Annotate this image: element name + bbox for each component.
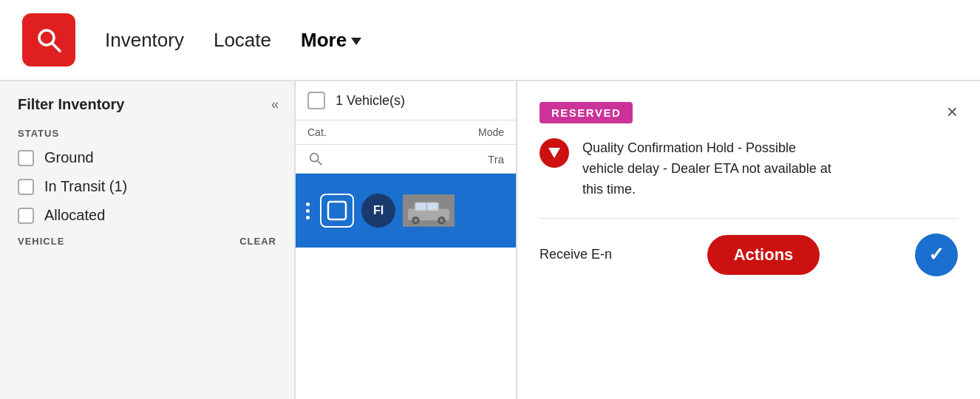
warning-icon bbox=[540, 138, 569, 168]
vehicle-list-item[interactable]: FI bbox=[296, 174, 516, 248]
vehicle-square-icon bbox=[320, 194, 354, 228]
hold-section: Quality Confirmation Hold - Possible veh… bbox=[540, 138, 958, 200]
reserved-badge: RESERVED bbox=[540, 102, 633, 123]
confirm-button[interactable]: ✓ bbox=[915, 233, 958, 276]
vehicle-section-footer: VEHICLE CLEAR bbox=[18, 236, 276, 247]
svg-point-9 bbox=[414, 219, 418, 222]
in-transit-label: In Transit (1) bbox=[44, 178, 127, 195]
vehicle-section-label: VEHICLE bbox=[18, 236, 64, 247]
actions-button[interactable]: Actions bbox=[707, 235, 820, 275]
panel-header: RESERVED × bbox=[540, 102, 958, 123]
status-section-label: STATUS bbox=[18, 128, 276, 139]
hold-message: Quality Confirmation Hold - Possible veh… bbox=[582, 138, 834, 200]
in-transit-checkbox[interactable] bbox=[18, 179, 34, 195]
svg-point-2 bbox=[310, 154, 319, 162]
detail-panel: RESERVED × Quality Confirmation Hold - P… bbox=[517, 81, 980, 399]
svg-line-1 bbox=[52, 43, 60, 51]
main-content: Filter Inventory « STATUS Ground In Tran… bbox=[0, 81, 980, 399]
select-all-checkbox[interactable] bbox=[307, 92, 325, 109]
allocated-checkbox[interactable] bbox=[18, 208, 34, 224]
vehicle-count: 1 Vehicle(s) bbox=[336, 93, 405, 109]
clear-button[interactable]: CLEAR bbox=[239, 236, 276, 247]
fi-badge: FI bbox=[361, 194, 395, 228]
chevron-down-icon bbox=[351, 38, 361, 45]
allocated-label: Allocated bbox=[44, 207, 105, 224]
nav-more[interactable]: More bbox=[301, 29, 361, 52]
receive-label: Receive E-n bbox=[540, 247, 612, 262]
cat-column-header: Cat. bbox=[307, 126, 327, 138]
svg-rect-12 bbox=[416, 203, 426, 211]
divider bbox=[540, 218, 958, 219]
collapse-icon[interactable]: « bbox=[271, 97, 276, 112]
svg-rect-4 bbox=[328, 202, 346, 219]
ground-label: Ground bbox=[44, 149, 94, 166]
filter-allocated[interactable]: Allocated bbox=[18, 207, 276, 224]
vehicle-thumbnail bbox=[403, 192, 455, 229]
filter-ground[interactable]: Ground bbox=[18, 149, 276, 166]
vehicle-list-column: 1 Vehicle(s) Cat. Mode Tra bbox=[296, 81, 517, 399]
transit-partial: Tra bbox=[488, 153, 504, 166]
sidebar-title: Filter Inventory bbox=[18, 96, 124, 113]
column-headers: Cat. Mode bbox=[296, 120, 516, 145]
kebab-menu-icon[interactable] bbox=[303, 200, 313, 222]
svg-rect-13 bbox=[427, 203, 438, 211]
actions-row: Receive E-n Actions ✓ bbox=[540, 233, 958, 276]
sidebar-header: Filter Inventory « bbox=[18, 96, 276, 113]
ground-checkbox[interactable] bbox=[18, 150, 34, 166]
column-search-row: Tra bbox=[296, 145, 516, 174]
nav-inventory[interactable]: Inventory bbox=[105, 29, 184, 52]
top-navigation: Inventory Locate More bbox=[0, 0, 980, 81]
close-button[interactable]: × bbox=[947, 102, 958, 121]
svg-point-11 bbox=[440, 219, 443, 222]
model-column-header: Mode bbox=[478, 126, 504, 138]
checkmark-icon: ✓ bbox=[928, 243, 945, 266]
search-icon bbox=[307, 151, 324, 167]
nav-locate[interactable]: Locate bbox=[214, 29, 271, 52]
filter-in-transit[interactable]: In Transit (1) bbox=[18, 178, 276, 195]
list-header: 1 Vehicle(s) bbox=[296, 81, 516, 120]
filter-sidebar: Filter Inventory « STATUS Ground In Tran… bbox=[0, 81, 296, 399]
svg-line-3 bbox=[317, 160, 321, 165]
logo-button[interactable] bbox=[22, 13, 75, 66]
